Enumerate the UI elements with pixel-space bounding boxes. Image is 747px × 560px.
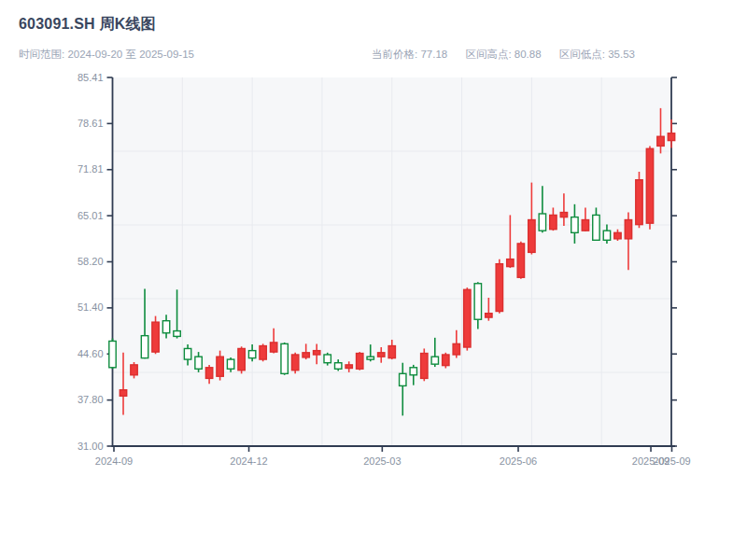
candle-body-up: [668, 133, 674, 141]
candle-body-up: [560, 213, 567, 217]
y-tick-label: 51.40: [78, 301, 104, 313]
candle-body-down: [603, 231, 610, 240]
candle-body-down: [324, 355, 331, 363]
candle-body-up: [313, 351, 319, 355]
candlestick-chart: 85.4178.6171.8165.0158.2051.4044.6037.80…: [0, 0, 747, 560]
candle-body-up: [453, 343, 459, 355]
x-tick-label: 2025-06: [500, 455, 537, 467]
candle-body-down: [431, 357, 438, 364]
candle-body-up: [464, 289, 471, 347]
candle-body-down: [248, 351, 255, 358]
candle-body-down: [162, 321, 169, 333]
candle-body-down: [410, 368, 416, 375]
candle-body-down: [571, 217, 578, 233]
candle-body-down: [281, 343, 288, 373]
candle-body-up: [443, 355, 449, 366]
candle-body-up: [646, 148, 653, 223]
candle-body-up: [303, 353, 309, 357]
candle-body-up: [517, 244, 524, 277]
x-tick-label: 2024-12: [230, 455, 267, 467]
candle-body-up: [582, 220, 588, 231]
candle-body-up: [291, 355, 298, 371]
candle-body-up: [636, 180, 642, 225]
candle-body-up: [421, 354, 428, 379]
candle-body-up: [529, 220, 535, 253]
x-tick-label: 2025-09: [653, 455, 690, 467]
candle-body-down: [474, 284, 481, 319]
y-tick-label: 44.60: [78, 348, 104, 359]
y-tick-label: 58.20: [78, 256, 104, 267]
candle-body-up: [486, 314, 492, 317]
candle-body-down: [367, 357, 374, 359]
candle-body-up: [550, 215, 557, 229]
candle-body-up: [625, 220, 631, 239]
candle-body-up: [614, 232, 621, 239]
y-tick-label: 37.80: [78, 394, 104, 405]
y-tick-label: 71.81: [78, 163, 104, 175]
candle-body-up: [120, 390, 126, 397]
candle-body-up: [217, 357, 223, 376]
candle-body-up: [345, 365, 352, 369]
candle-body-down: [335, 363, 342, 370]
candle-body-up: [378, 353, 385, 357]
y-tick-label: 31.00: [78, 441, 104, 452]
candle-body-down: [141, 336, 148, 358]
candle-body-down: [400, 373, 406, 385]
candle-body-up: [260, 346, 266, 360]
x-tick-label: 2024-09: [95, 455, 133, 467]
candle-body-down: [227, 359, 233, 369]
candle-body-down: [195, 357, 202, 369]
candle-body-down: [109, 341, 116, 367]
candle-body-down: [539, 214, 545, 231]
candle-body-up: [205, 368, 212, 379]
candle-body-down: [184, 348, 190, 359]
candle-body-up: [131, 365, 137, 375]
kline-chart-figure: 603091.SH 周K线图 时间范围: 2024-09-20 至 2025-0…: [0, 0, 747, 560]
x-tick-label: 2025-03: [363, 455, 401, 467]
y-tick-label: 85.41: [78, 72, 104, 83]
candle-body-down: [593, 215, 599, 240]
y-tick-label: 65.01: [78, 210, 104, 221]
candle-body-up: [238, 348, 245, 370]
candle-body-up: [496, 264, 502, 312]
candle-body-up: [270, 343, 276, 352]
candle-body-up: [152, 322, 159, 352]
candle-body-up: [388, 346, 395, 358]
candle-body-up: [507, 259, 514, 267]
candle-body-up: [657, 136, 664, 146]
candle-body-up: [357, 354, 363, 370]
y-tick-label: 78.61: [78, 118, 104, 129]
candle-body-down: [174, 331, 180, 337]
